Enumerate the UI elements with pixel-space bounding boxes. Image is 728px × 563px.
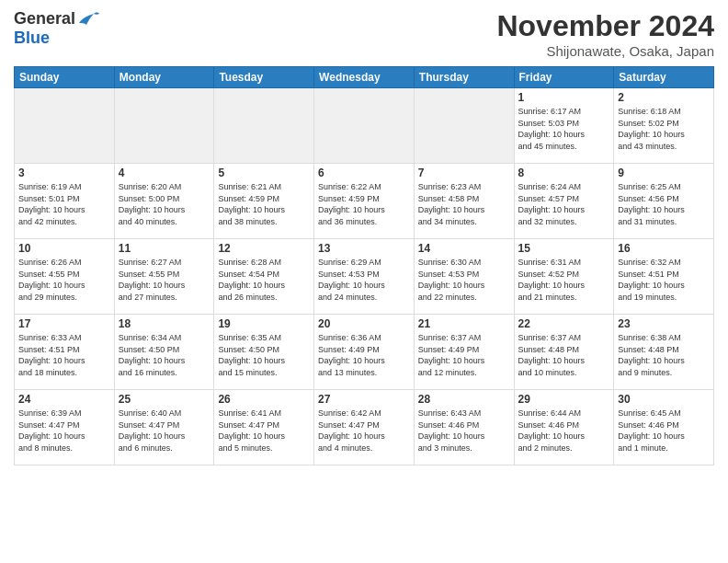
day-info: Sunrise: 6:24 AM Sunset: 4:57 PM Dayligh… xyxy=(518,181,610,227)
calendar-cell: 14Sunrise: 6:30 AM Sunset: 4:53 PM Dayli… xyxy=(414,239,514,315)
day-info: Sunrise: 6:27 AM Sunset: 4:55 PM Dayligh… xyxy=(119,257,210,303)
calendar-cell: 2Sunrise: 6:18 AM Sunset: 5:02 PM Daylig… xyxy=(614,88,714,164)
day-info: Sunrise: 6:37 AM Sunset: 4:49 PM Dayligh… xyxy=(418,332,510,378)
calendar-cell: 9Sunrise: 6:25 AM Sunset: 4:56 PM Daylig… xyxy=(614,164,714,239)
day-number: 15 xyxy=(518,242,610,255)
page-container: General Blue November 2024 Shijonawate, … xyxy=(0,0,728,563)
day-info: Sunrise: 6:33 AM Sunset: 4:51 PM Dayligh… xyxy=(18,332,110,378)
day-number: 1 xyxy=(518,91,610,104)
day-number: 2 xyxy=(618,91,710,104)
day-number: 27 xyxy=(318,393,410,406)
calendar-cell: 21Sunrise: 6:37 AM Sunset: 4:49 PM Dayli… xyxy=(414,315,514,390)
calendar-cell: 3Sunrise: 6:19 AM Sunset: 5:01 PM Daylig… xyxy=(15,164,115,239)
calendar-cell: 24Sunrise: 6:39 AM Sunset: 4:47 PM Dayli… xyxy=(15,390,115,465)
day-info: Sunrise: 6:22 AM Sunset: 4:59 PM Dayligh… xyxy=(318,181,410,227)
month-title: November 2024 xyxy=(496,9,714,43)
calendar-cell: 26Sunrise: 6:41 AM Sunset: 4:47 PM Dayli… xyxy=(214,390,314,465)
day-number: 9 xyxy=(618,167,710,179)
day-info: Sunrise: 6:19 AM Sunset: 5:01 PM Dayligh… xyxy=(18,181,110,227)
day-number: 22 xyxy=(518,317,610,330)
day-number: 20 xyxy=(318,317,410,330)
calendar-cell: 23Sunrise: 6:38 AM Sunset: 4:48 PM Dayli… xyxy=(614,315,714,390)
day-number: 17 xyxy=(18,317,110,330)
calendar-cell xyxy=(314,88,415,164)
day-number: 29 xyxy=(518,393,610,406)
location-text: Shijonawate, Osaka, Japan xyxy=(496,43,714,59)
day-number: 3 xyxy=(18,167,110,179)
calendar-cell: 17Sunrise: 6:33 AM Sunset: 4:51 PM Dayli… xyxy=(15,315,115,390)
day-info: Sunrise: 6:39 AM Sunset: 4:47 PM Dayligh… xyxy=(18,408,110,454)
calendar-cell: 20Sunrise: 6:36 AM Sunset: 4:49 PM Dayli… xyxy=(314,315,415,390)
day-number: 10 xyxy=(18,242,110,255)
calendar-cell: 19Sunrise: 6:35 AM Sunset: 4:50 PM Dayli… xyxy=(214,315,314,390)
calendar-cell: 16Sunrise: 6:32 AM Sunset: 4:51 PM Dayli… xyxy=(614,239,714,315)
day-number: 5 xyxy=(218,167,310,179)
weekday-header-monday: Monday xyxy=(114,67,214,88)
day-info: Sunrise: 6:17 AM Sunset: 5:03 PM Dayligh… xyxy=(518,106,610,152)
calendar-week-row: 24Sunrise: 6:39 AM Sunset: 4:47 PM Dayli… xyxy=(15,390,714,465)
day-number: 11 xyxy=(119,242,210,255)
weekday-header-sunday: Sunday xyxy=(15,67,115,88)
day-info: Sunrise: 6:36 AM Sunset: 4:49 PM Dayligh… xyxy=(318,332,410,378)
logo-bird-icon xyxy=(77,10,99,29)
calendar-cell: 28Sunrise: 6:43 AM Sunset: 4:46 PM Dayli… xyxy=(414,390,514,465)
calendar-cell xyxy=(114,88,214,164)
day-info: Sunrise: 6:43 AM Sunset: 4:46 PM Dayligh… xyxy=(418,408,510,454)
weekday-header-friday: Friday xyxy=(514,67,614,88)
calendar-cell: 12Sunrise: 6:28 AM Sunset: 4:54 PM Dayli… xyxy=(214,239,314,315)
weekday-header-thursday: Thursday xyxy=(414,67,514,88)
calendar-cell: 13Sunrise: 6:29 AM Sunset: 4:53 PM Dayli… xyxy=(314,239,415,315)
day-number: 23 xyxy=(618,317,710,330)
day-number: 25 xyxy=(119,393,210,406)
weekday-header-wednesday: Wednesday xyxy=(314,67,415,88)
day-info: Sunrise: 6:44 AM Sunset: 4:46 PM Dayligh… xyxy=(518,408,610,454)
calendar-cell: 25Sunrise: 6:40 AM Sunset: 4:47 PM Dayli… xyxy=(114,390,214,465)
day-number: 19 xyxy=(218,317,310,330)
calendar-week-row: 17Sunrise: 6:33 AM Sunset: 4:51 PM Dayli… xyxy=(15,315,714,390)
day-number: 14 xyxy=(418,242,510,255)
day-number: 16 xyxy=(618,242,710,255)
calendar-header-row: SundayMondayTuesdayWednesdayThursdayFrid… xyxy=(15,67,714,88)
day-info: Sunrise: 6:18 AM Sunset: 5:02 PM Dayligh… xyxy=(618,106,710,152)
day-number: 8 xyxy=(518,167,610,179)
calendar-cell: 11Sunrise: 6:27 AM Sunset: 4:55 PM Dayli… xyxy=(114,239,214,315)
day-number: 12 xyxy=(218,242,310,255)
calendar-cell: 6Sunrise: 6:22 AM Sunset: 4:59 PM Daylig… xyxy=(314,164,415,239)
day-info: Sunrise: 6:26 AM Sunset: 4:55 PM Dayligh… xyxy=(18,257,110,303)
day-info: Sunrise: 6:23 AM Sunset: 4:58 PM Dayligh… xyxy=(418,181,510,227)
day-info: Sunrise: 6:35 AM Sunset: 4:50 PM Dayligh… xyxy=(218,332,310,378)
day-info: Sunrise: 6:34 AM Sunset: 4:50 PM Dayligh… xyxy=(119,332,210,378)
calendar-week-row: 1Sunrise: 6:17 AM Sunset: 5:03 PM Daylig… xyxy=(15,88,714,164)
day-info: Sunrise: 6:20 AM Sunset: 5:00 PM Dayligh… xyxy=(119,181,210,227)
calendar-cell: 1Sunrise: 6:17 AM Sunset: 5:03 PM Daylig… xyxy=(514,88,614,164)
day-number: 13 xyxy=(318,242,410,255)
calendar-cell xyxy=(214,88,314,164)
header: General Blue November 2024 Shijonawate, … xyxy=(14,9,714,59)
calendar-cell: 30Sunrise: 6:45 AM Sunset: 4:46 PM Dayli… xyxy=(614,390,714,465)
day-number: 18 xyxy=(119,317,210,330)
day-number: 26 xyxy=(218,393,310,406)
day-number: 28 xyxy=(418,393,510,406)
day-info: Sunrise: 6:25 AM Sunset: 4:56 PM Dayligh… xyxy=(618,181,710,227)
calendar-cell xyxy=(414,88,514,164)
day-info: Sunrise: 6:31 AM Sunset: 4:52 PM Dayligh… xyxy=(518,257,610,303)
logo-blue-text: Blue xyxy=(14,29,50,48)
day-number: 4 xyxy=(119,167,210,179)
calendar-cell: 7Sunrise: 6:23 AM Sunset: 4:58 PM Daylig… xyxy=(414,164,514,239)
calendar-cell: 22Sunrise: 6:37 AM Sunset: 4:48 PM Dayli… xyxy=(514,315,614,390)
day-number: 24 xyxy=(18,393,110,406)
day-info: Sunrise: 6:28 AM Sunset: 4:54 PM Dayligh… xyxy=(218,257,310,303)
logo-general-text: General xyxy=(14,9,75,29)
day-number: 30 xyxy=(618,393,710,406)
day-info: Sunrise: 6:37 AM Sunset: 4:48 PM Dayligh… xyxy=(518,332,610,378)
calendar-cell: 5Sunrise: 6:21 AM Sunset: 4:59 PM Daylig… xyxy=(214,164,314,239)
title-section: November 2024 Shijonawate, Osaka, Japan xyxy=(496,9,714,59)
logo-text: General xyxy=(14,9,99,29)
calendar-cell: 18Sunrise: 6:34 AM Sunset: 4:50 PM Dayli… xyxy=(114,315,214,390)
calendar-cell: 29Sunrise: 6:44 AM Sunset: 4:46 PM Dayli… xyxy=(514,390,614,465)
calendar-cell: 15Sunrise: 6:31 AM Sunset: 4:52 PM Dayli… xyxy=(514,239,614,315)
day-info: Sunrise: 6:40 AM Sunset: 4:47 PM Dayligh… xyxy=(119,408,210,454)
day-info: Sunrise: 6:21 AM Sunset: 4:59 PM Dayligh… xyxy=(218,181,310,227)
day-info: Sunrise: 6:42 AM Sunset: 4:47 PM Dayligh… xyxy=(318,408,410,454)
calendar-cell: 8Sunrise: 6:24 AM Sunset: 4:57 PM Daylig… xyxy=(514,164,614,239)
